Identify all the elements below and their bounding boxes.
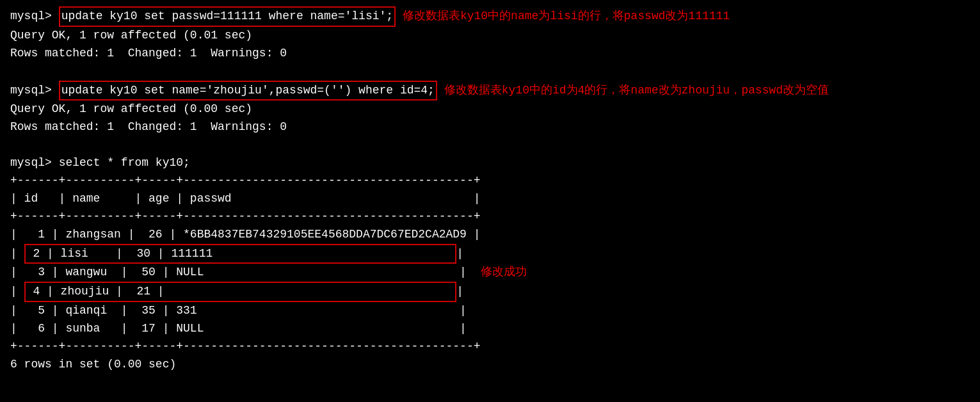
table-row-5: | 5 | qianqi | 35 | 331 | — [10, 302, 970, 320]
prompt-1: mysql> — [10, 8, 59, 26]
table-row-2-pre: | — [10, 245, 24, 263]
table-row-4-box: 4 | zhoujiu | 21 | — [24, 282, 457, 302]
comment-2: 修改数据表ky10中的id为4的行，将name改为zhoujiu，passwd改… — [437, 82, 829, 100]
result-line-1b: Rows matched: 1 Changed: 1 Warnings: 0 — [10, 45, 970, 63]
table-row-1: | 1 | zhangsan | 26 | *6BB4837EB74329105… — [10, 226, 970, 244]
ok-text-1: Query OK, 1 row affected (0.01 sec) — [10, 27, 252, 45]
result-line-2a: Query OK, 1 row affected (0.00 sec) — [10, 100, 970, 118]
command-line-2: mysql> update ky10 set name='zhoujiu',pa… — [10, 81, 970, 101]
command-text-1: update ky10 set passwd=111111 where name… — [61, 10, 393, 22]
spacer-2 — [10, 136, 970, 154]
table-row-4-post: | — [456, 283, 463, 301]
table-row-2-box: 2 | lisi | 30 | 111111 — [24, 244, 457, 264]
table-border-bot: +------+----------+-----+---------------… — [10, 338, 970, 356]
table-header: | id | name | age | passwd | — [10, 190, 970, 208]
table-row-6: | 6 | sunba | 17 | NULL | — [10, 320, 970, 338]
table-row-5-text: | 5 | qianqi | 35 | 331 | — [10, 302, 467, 320]
success-label: 修改成功 — [467, 264, 527, 282]
table-footer-text: 6 rows in set (0.00 sec) — [10, 356, 176, 374]
terminal: mysql> update ky10 set passwd=111111 whe… — [10, 6, 970, 374]
table-row-3-text: | 3 | wangwu | 50 | NULL | — [10, 264, 467, 282]
result-line-1a: Query OK, 1 row affected (0.01 sec) — [10, 27, 970, 45]
command-line-1: mysql> update ky10 set passwd=111111 whe… — [10, 6, 970, 27]
table-border-top: +------+----------+-----+---------------… — [10, 172, 970, 190]
table-row-1-text: | 1 | zhangsan | 26 | *6BB4837EB74329105… — [10, 226, 481, 244]
table-row-2: | 2 | lisi | 30 | 111111 | — [10, 244, 970, 264]
table-row-2-post: | — [456, 245, 463, 263]
result-line-2b: Rows matched: 1 Changed: 1 Warnings: 0 — [10, 118, 970, 136]
table-row-3: | 3 | wangwu | 50 | NULL | 修改成功 — [10, 264, 970, 282]
table-row-4: | 4 | zhoujiu | 21 | | — [10, 282, 970, 302]
rows-text-2: Rows matched: 1 Changed: 1 Warnings: 0 — [10, 118, 287, 136]
table-footer: 6 rows in set (0.00 sec) — [10, 356, 970, 374]
rows-text-1: Rows matched: 1 Changed: 1 Warnings: 0 — [10, 45, 287, 63]
command-box-1: update ky10 set passwd=111111 where name… — [59, 6, 396, 27]
command-text-2: update ky10 set name='zhoujiu',passwd=('… — [61, 84, 435, 97]
command-line-3: mysql> select * from ky10; — [10, 154, 970, 172]
command-text-3: select * from ky10; — [59, 154, 190, 172]
command-box-2: update ky10 set name='zhoujiu',passwd=('… — [59, 81, 437, 101]
table-row-6-text: | 6 | sunba | 17 | NULL | — [10, 320, 467, 338]
prompt-3: mysql> — [10, 154, 59, 172]
table-row-4-pre: | — [10, 283, 24, 301]
ok-text-2: Query OK, 1 row affected (0.00 sec) — [10, 100, 252, 118]
spacer-1 — [10, 63, 970, 81]
comment-1: 修改数据表ky10中的name为lisi的行，将passwd改为111111 — [396, 8, 730, 26]
prompt-2: mysql> — [10, 82, 59, 100]
table-border-mid: +------+----------+-----+---------------… — [10, 208, 970, 226]
